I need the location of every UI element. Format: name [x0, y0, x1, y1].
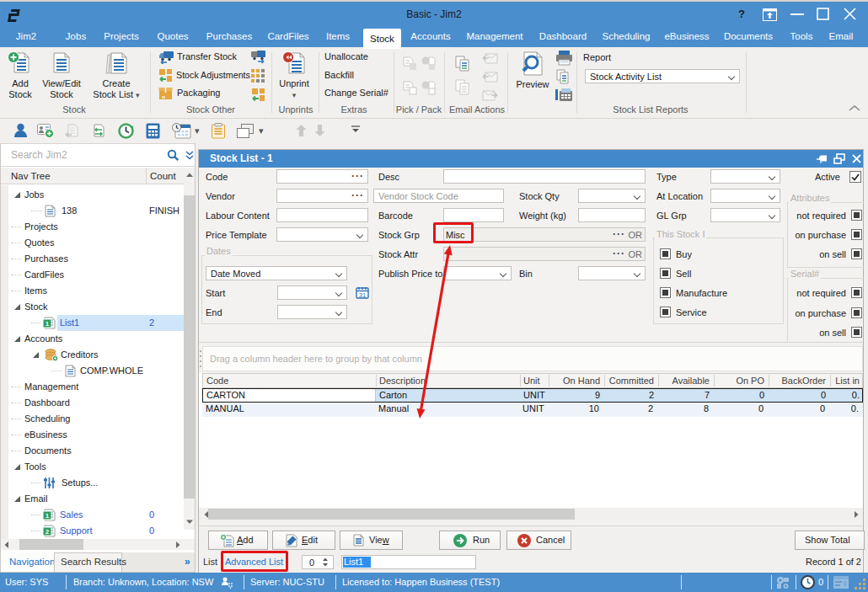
svg-text:1: 1	[46, 320, 50, 328]
svg-text:1: 1	[46, 512, 50, 520]
svg-text:31: 31	[359, 291, 366, 299]
svg-text:2: 2	[46, 528, 50, 536]
